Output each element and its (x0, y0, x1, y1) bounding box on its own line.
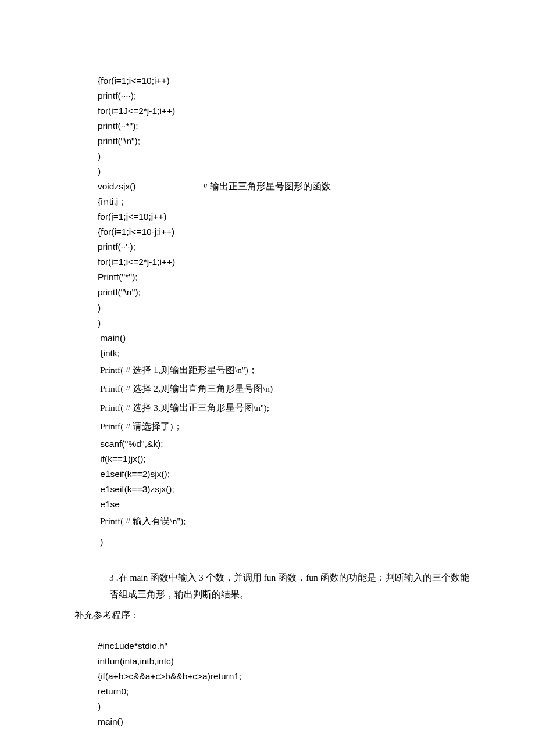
code-line: main() (98, 716, 123, 726)
code-line: #inc1ude*stdio.h" (98, 641, 167, 651)
code-line: {if(a+b>c&&a+c>b&&b+c>a)return1; (98, 671, 241, 681)
code-line: Printf(〃选择 1,则输出距形星号图\n'')； (98, 365, 258, 375)
code-line: for(i=1J<=2*j-1;i++) (98, 106, 175, 116)
code-line: ) (98, 151, 101, 161)
code-line: Printf(〃请选择了)； (98, 421, 183, 431)
code-comment: 〃输出正三角形星号图形的函数 (201, 179, 331, 194)
code-line: ) (98, 303, 101, 313)
code-line: ) (98, 166, 101, 176)
code-line: printf(''\n''); (98, 287, 141, 297)
code-line: ) (98, 537, 103, 547)
supplement-label: 补充参考程序： (74, 607, 477, 624)
code-line: e1seif(k==3)zsjx(); (98, 484, 174, 494)
code-line: printf(····); (98, 91, 136, 101)
code-line: voidzsjx() 〃输出正三角形星号图形的函数 (98, 181, 331, 191)
code-block-2: #inc1ude*stdio.h" intfun(inta,intb,intc)… (98, 624, 477, 729)
code-line: Printf(〃选择 2,则输出直角三角形星号图\n) (98, 384, 273, 393)
code-line: for(i=1;i<=2*j-1;i++) (98, 257, 175, 267)
code-line: {for(i=1;i<=10;i++) (98, 76, 170, 85)
question-3: 3 .在 main 函数中输入 3 个数，并调用 fun 函数，fun 函数的功… (109, 569, 477, 603)
code-line: {intk; (98, 348, 120, 358)
code-line: if(k==1)jx(); (98, 454, 146, 464)
code-line: printf("\n"); (98, 136, 140, 146)
code-line: {i∩ti,j； (98, 196, 127, 206)
code-line: for(j=1;j<=10;j++) (98, 212, 166, 221)
code-line: {for(i=1;i<=10-j;i++) (98, 227, 174, 237)
code-line: Printf(''*''); (98, 272, 138, 282)
code-line: printf(··'·); (98, 242, 135, 252)
code-line: printf(··*''); (98, 121, 138, 131)
question-text: 在 main 函数中输入 3 个数，并调用 fun 函数，fun 函数的功能是：… (109, 572, 469, 599)
code-line: return0; (98, 686, 129, 696)
code-line: ) (98, 701, 101, 711)
code-line: e1seif(k==2)sjx(); (98, 469, 170, 479)
code-line: scanf(''%d'',&k); (98, 439, 163, 449)
question-number: 3 . (109, 572, 119, 582)
code-line: ) (98, 318, 101, 328)
code-line: Printf(〃输入有误\n''); (98, 516, 186, 526)
code-line: main() (98, 333, 126, 343)
code-block-1: {for(i=1;i<=10;i++) printf(····); for(i=… (98, 58, 477, 553)
code-line: intfun(inta,intb,intc) (98, 656, 174, 666)
code-line: e1se (98, 499, 120, 509)
code-line: Printf(〃选择 3,则输出正三角形星号图\n''); (98, 403, 269, 413)
